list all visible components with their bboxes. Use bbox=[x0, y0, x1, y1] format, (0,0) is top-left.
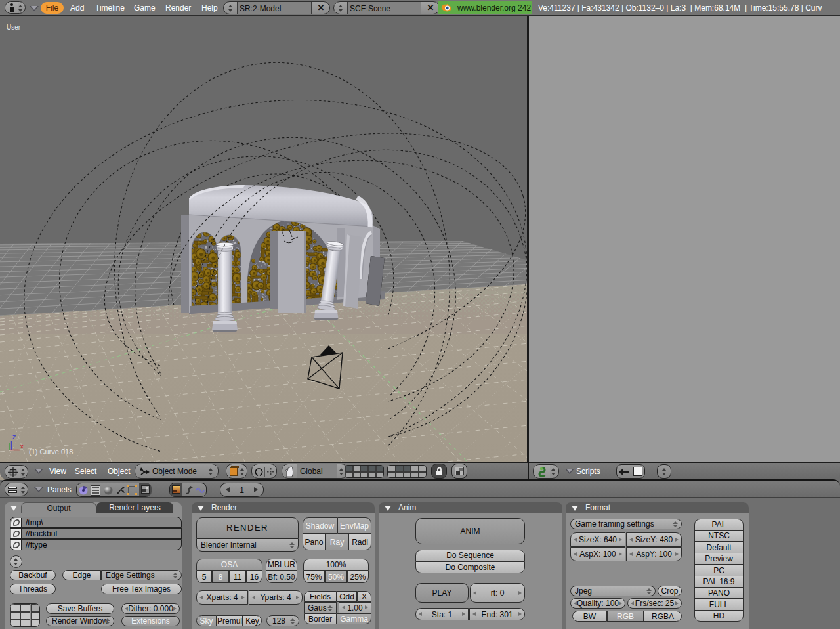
svg-text:Z: Z bbox=[12, 434, 16, 441]
svg-text:User: User bbox=[7, 24, 21, 31]
svg-text:x: x bbox=[20, 443, 24, 450]
svg-text:(1) Curve.018: (1) Curve.018 bbox=[29, 448, 73, 456]
